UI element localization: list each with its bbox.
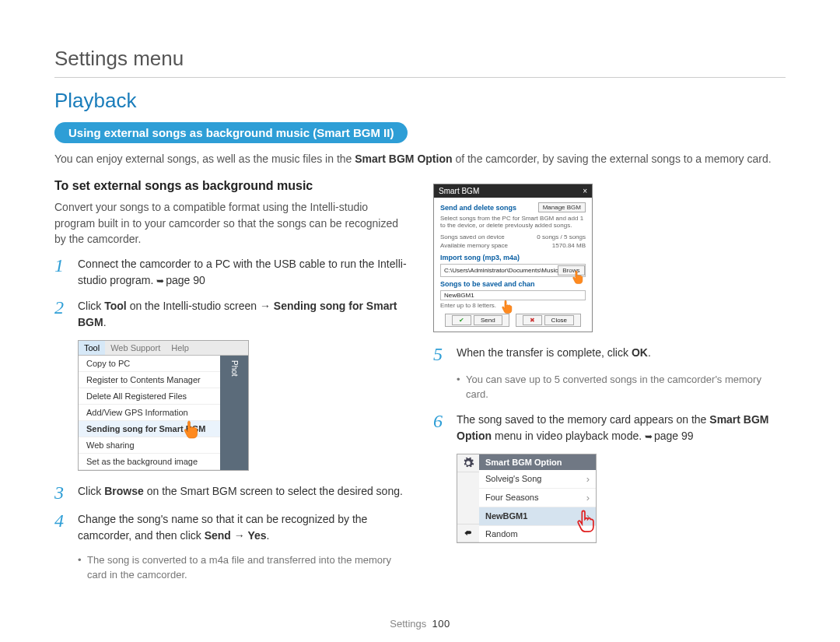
step-2: 2 Click Tool on the Intelli-studio scree… — [54, 298, 407, 331]
menu-item-highlighted: Sending song for Smart BGM — [79, 421, 220, 437]
intelli-studio-tool-menu-screenshot: Tool Web Support Help Copy to PC Registe… — [78, 340, 249, 471]
page-footer: Settings 100 — [0, 618, 840, 630]
chevron-right-icon: › — [586, 473, 590, 485]
note-bullet: The song is converted to a m4a file and … — [78, 553, 407, 583]
topic-pill: Using external songs as background music… — [54, 122, 408, 143]
menu-tab-help: Help — [166, 341, 194, 355]
menu-item: Register to Contents Manager — [79, 372, 220, 388]
dialog-title: Smart BGM — [439, 187, 479, 195]
menu-tab-tool: Tool — [79, 341, 105, 355]
page-ref: page 99 — [645, 430, 694, 442]
cursor-hand-icon — [501, 299, 515, 317]
option-row: Four Seasons› — [479, 489, 596, 507]
page-ref: page 90 — [156, 274, 205, 286]
step-number: 5 — [433, 345, 447, 363]
step-number: 4 — [54, 511, 68, 544]
breadcrumb: Settings menu — [54, 47, 786, 78]
intro-text: You can enjoy external songs, as well as… — [54, 151, 786, 167]
chevron-right-icon: › — [586, 492, 590, 503]
menu-item: Copy to PC — [79, 356, 220, 372]
send-button: ✔Send — [445, 314, 509, 327]
subheading: To set external songs as background musi… — [54, 179, 407, 193]
cursor-hand-icon — [572, 269, 586, 288]
menu-item: Delete All Registered Files — [79, 388, 220, 405]
side-panel: Phot — [220, 356, 248, 470]
step-1: 1 Connect the camcorder to a PC with the… — [54, 256, 407, 289]
close-button: ✖Close — [516, 314, 581, 327]
menu-item: Add/View GPS Information — [79, 405, 220, 421]
menu-item: Set as the background image — [79, 454, 220, 470]
option-row: Solveig's Song› — [479, 470, 596, 489]
option-row-selected: NewBGM1› — [479, 507, 596, 526]
paragraph: Convert your songs to a compatible forma… — [54, 199, 407, 247]
back-icon — [457, 524, 479, 542]
menu-tab-websupport: Web Support — [105, 341, 166, 355]
note-bullet: You can save up to 5 converted songs in … — [457, 373, 786, 402]
browse-button: Brows — [558, 265, 584, 275]
menu-item: Web sharing — [79, 437, 220, 454]
step-5: 5 When the transfer is complete, click O… — [433, 345, 786, 363]
step-number: 6 — [433, 412, 447, 444]
step-number: 3 — [54, 483, 68, 502]
manage-bgm-button: Manage BGM — [538, 202, 586, 212]
close-icon: × — [583, 187, 587, 195]
step-6: 6 The song saved to the memory card appe… — [433, 412, 786, 444]
smart-bgm-dialog-screenshot: Smart BGM × Send and delete songs Manage… — [433, 184, 593, 332]
camcorder-option-screenshot: Smart BGM Option Solveig's Song› Four Se… — [457, 454, 597, 543]
step-4: 4 Change the song's name so that it can … — [54, 511, 407, 544]
option-title: Smart BGM Option — [479, 454, 596, 470]
section-title: Playback — [54, 89, 786, 113]
gear-icon — [457, 454, 479, 472]
step-number: 1 — [54, 256, 68, 289]
step-number: 2 — [54, 298, 68, 331]
step-3: 3 Click Browse on the Smart BGM screen t… — [54, 483, 407, 502]
option-row: Random — [479, 526, 596, 542]
